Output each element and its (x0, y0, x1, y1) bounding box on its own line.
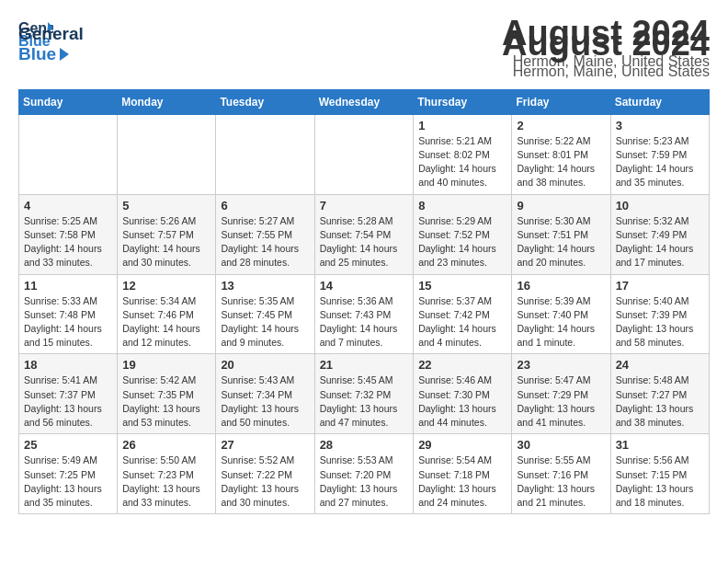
day-detail: Sunrise: 5:42 AM Sunset: 7:35 PM Dayligh… (122, 373, 210, 430)
calendar-week-5: 25Sunrise: 5:49 AM Sunset: 7:25 PM Dayli… (19, 434, 710, 514)
calendar-cell: 10Sunrise: 5:32 AM Sunset: 7:49 PM Dayli… (610, 194, 709, 274)
calendar-cell: 16Sunrise: 5:39 AM Sunset: 7:40 PM Dayli… (512, 274, 610, 354)
calendar-week-1: 1Sunrise: 5:21 AM Sunset: 8:02 PM Daylig… (19, 114, 710, 194)
calendar-cell: 1Sunrise: 5:21 AM Sunset: 8:02 PM Daylig… (414, 114, 512, 194)
day-number: 14 (320, 279, 409, 293)
calendar-cell (19, 114, 118, 194)
day-detail: Sunrise: 5:33 AM Sunset: 7:48 PM Dayligh… (24, 294, 112, 350)
day-header-saturday: Saturday (610, 89, 709, 114)
day-number: 16 (517, 279, 605, 293)
day-detail: Sunrise: 5:25 AM Sunset: 7:58 PM Dayligh… (24, 214, 112, 270)
day-detail: Sunrise: 5:32 AM Sunset: 7:49 PM Dayligh… (616, 214, 704, 270)
calendar-cell: 22Sunrise: 5:46 AM Sunset: 7:30 PM Dayli… (414, 354, 512, 434)
day-number: 13 (221, 279, 309, 293)
day-detail: Sunrise: 5:47 AM Sunset: 7:29 PM Dayligh… (517, 373, 605, 430)
day-detail: Sunrise: 5:56 AM Sunset: 7:15 PM Dayligh… (616, 454, 704, 510)
day-number: 8 (418, 199, 506, 213)
calendar-cell (216, 114, 314, 194)
calendar-cell: 12Sunrise: 5:34 AM Sunset: 7:46 PM Dayli… (118, 274, 216, 354)
calendar-cell: 2Sunrise: 5:22 AM Sunset: 8:01 PM Daylig… (512, 114, 610, 194)
calendar-cell: 7Sunrise: 5:28 AM Sunset: 7:54 PM Daylig… (314, 194, 414, 274)
day-number: 10 (616, 199, 704, 213)
day-header-sunday: Sunday (19, 89, 118, 114)
day-number: 11 (24, 279, 112, 293)
day-number: 7 (320, 199, 409, 213)
day-detail: Sunrise: 5:27 AM Sunset: 7:55 PM Dayligh… (221, 214, 309, 270)
calendar-week-2: 4Sunrise: 5:25 AM Sunset: 7:58 PM Daylig… (19, 194, 710, 274)
day-number: 28 (320, 438, 409, 452)
day-number: 29 (418, 438, 506, 452)
calendar-cell: 15Sunrise: 5:37 AM Sunset: 7:42 PM Dayli… (414, 274, 512, 354)
day-detail: Sunrise: 5:36 AM Sunset: 7:43 PM Dayligh… (320, 294, 409, 350)
calendar-table: SundayMondayTuesdayWednesdayThursdayFrid… (18, 89, 710, 514)
calendar-cell (118, 114, 216, 194)
day-number: 18 (24, 358, 112, 372)
day-detail: Sunrise: 5:28 AM Sunset: 7:54 PM Dayligh… (320, 214, 409, 270)
calendar-cell (314, 114, 414, 194)
day-header-tuesday: Tuesday (216, 89, 314, 114)
calendar-week-3: 11Sunrise: 5:33 AM Sunset: 7:48 PM Dayli… (19, 274, 710, 354)
day-number: 20 (221, 358, 309, 372)
calendar-cell: 6Sunrise: 5:27 AM Sunset: 7:55 PM Daylig… (216, 194, 314, 274)
day-number: 3 (616, 119, 704, 132)
day-number: 21 (320, 358, 409, 372)
day-number: 27 (221, 438, 309, 452)
calendar-cell: 24Sunrise: 5:48 AM Sunset: 7:27 PM Dayli… (610, 354, 709, 434)
day-detail: Sunrise: 5:29 AM Sunset: 7:52 PM Dayligh… (418, 214, 506, 270)
day-number: 1 (418, 119, 506, 132)
calendar-cell: 25Sunrise: 5:49 AM Sunset: 7:25 PM Dayli… (19, 434, 118, 514)
calendar-cell: 29Sunrise: 5:54 AM Sunset: 7:18 PM Dayli… (414, 434, 512, 514)
day-detail: Sunrise: 5:46 AM Sunset: 7:30 PM Dayligh… (418, 373, 506, 430)
calendar-cell: 20Sunrise: 5:43 AM Sunset: 7:34 PM Dayli… (216, 354, 314, 434)
day-number: 5 (122, 199, 210, 213)
subtitle: Hermon, Maine, United States (502, 63, 710, 80)
day-detail: Sunrise: 5:54 AM Sunset: 7:18 PM Dayligh… (418, 454, 506, 510)
calendar-cell: 3Sunrise: 5:23 AM Sunset: 7:59 PM Daylig… (610, 114, 709, 194)
calendar-cell: 19Sunrise: 5:42 AM Sunset: 7:35 PM Dayli… (118, 354, 216, 434)
day-detail: Sunrise: 5:22 AM Sunset: 8:01 PM Dayligh… (517, 134, 605, 190)
calendar-cell: 8Sunrise: 5:29 AM Sunset: 7:52 PM Daylig… (414, 194, 512, 274)
day-detail: Sunrise: 5:52 AM Sunset: 7:22 PM Dayligh… (221, 454, 309, 510)
day-detail: Sunrise: 5:39 AM Sunset: 7:40 PM Dayligh… (517, 294, 605, 350)
day-detail: Sunrise: 5:53 AM Sunset: 7:20 PM Dayligh… (320, 454, 409, 510)
day-detail: Sunrise: 5:37 AM Sunset: 7:42 PM Dayligh… (418, 294, 506, 350)
logo-general: General (18, 24, 84, 44)
calendar-cell: 17Sunrise: 5:40 AM Sunset: 7:39 PM Dayli… (610, 274, 709, 354)
day-number: 4 (24, 199, 112, 213)
title-block: August 2024 Hermon, Maine, United States (502, 24, 710, 80)
day-number: 22 (418, 358, 506, 372)
day-number: 17 (616, 279, 704, 293)
day-number: 31 (616, 438, 704, 452)
calendar-cell: 5Sunrise: 5:26 AM Sunset: 7:57 PM Daylig… (118, 194, 216, 274)
day-number: 9 (517, 199, 605, 213)
calendar-cell: 4Sunrise: 5:25 AM Sunset: 7:58 PM Daylig… (19, 194, 118, 274)
day-detail: Sunrise: 5:34 AM Sunset: 7:46 PM Dayligh… (122, 294, 210, 350)
day-header-thursday: Thursday (414, 89, 512, 114)
day-detail: Sunrise: 5:43 AM Sunset: 7:34 PM Dayligh… (221, 373, 309, 430)
day-header-wednesday: Wednesday (314, 89, 414, 114)
calendar-cell: 28Sunrise: 5:53 AM Sunset: 7:20 PM Dayli… (314, 434, 414, 514)
logo-block: General Blue (18, 24, 84, 64)
day-detail: Sunrise: 5:50 AM Sunset: 7:23 PM Dayligh… (122, 454, 210, 510)
day-number: 30 (517, 438, 605, 452)
day-detail: Sunrise: 5:40 AM Sunset: 7:39 PM Dayligh… (616, 294, 704, 350)
day-detail: Sunrise: 5:26 AM Sunset: 7:57 PM Dayligh… (122, 214, 210, 270)
calendar-cell: 9Sunrise: 5:30 AM Sunset: 7:51 PM Daylig… (512, 194, 610, 274)
day-number: 24 (616, 358, 704, 372)
calendar-cell: 26Sunrise: 5:50 AM Sunset: 7:23 PM Dayli… (118, 434, 216, 514)
day-detail: Sunrise: 5:30 AM Sunset: 7:51 PM Dayligh… (517, 214, 605, 270)
logo-arrow-icon (60, 48, 69, 61)
calendar-cell: 11Sunrise: 5:33 AM Sunset: 7:48 PM Dayli… (19, 274, 118, 354)
day-detail: Sunrise: 5:35 AM Sunset: 7:45 PM Dayligh… (221, 294, 309, 350)
day-detail: Sunrise: 5:48 AM Sunset: 7:27 PM Dayligh… (616, 373, 704, 430)
day-number: 23 (517, 358, 605, 372)
day-header-friday: Friday (512, 89, 610, 114)
day-number: 6 (221, 199, 309, 213)
calendar-cell: 21Sunrise: 5:45 AM Sunset: 7:32 PM Dayli… (314, 354, 414, 434)
day-number: 26 (122, 438, 210, 452)
calendar-cell: 31Sunrise: 5:56 AM Sunset: 7:15 PM Dayli… (610, 434, 709, 514)
calendar-cell: 14Sunrise: 5:36 AM Sunset: 7:43 PM Dayli… (314, 274, 414, 354)
day-detail: Sunrise: 5:55 AM Sunset: 7:16 PM Dayligh… (517, 454, 605, 510)
calendar-week-4: 18Sunrise: 5:41 AM Sunset: 7:37 PM Dayli… (19, 354, 710, 434)
day-detail: Sunrise: 5:45 AM Sunset: 7:32 PM Dayligh… (320, 373, 409, 430)
